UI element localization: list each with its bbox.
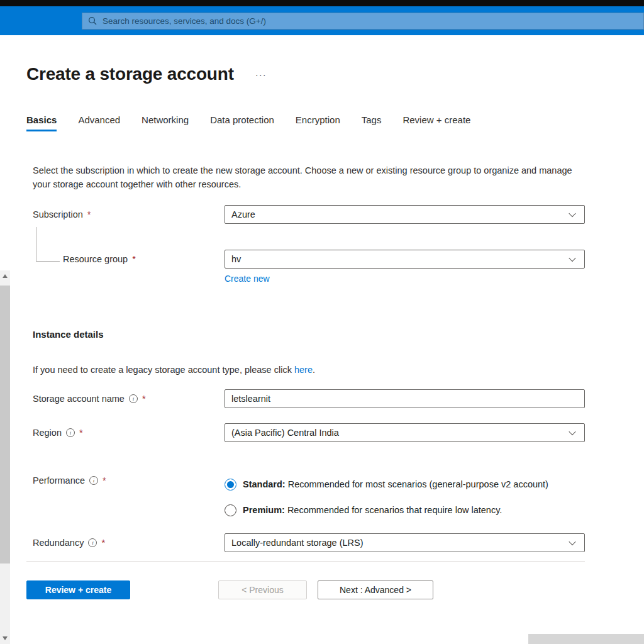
performance-option-premium[interactable]: Premium:Recommended for scenarios that r… bbox=[225, 504, 585, 516]
required-marker: * bbox=[101, 538, 105, 548]
region-dropdown[interactable]: (Asia Pacific) Central India bbox=[225, 423, 585, 442]
title-row: Create a storage account ··· bbox=[26, 64, 644, 84]
radio-button-icon[interactable] bbox=[225, 504, 236, 516]
subscription-row: Subscription * Azure bbox=[26, 205, 644, 224]
region-row: Region i * (Asia Pacific) Central India bbox=[26, 423, 644, 442]
search-input[interactable] bbox=[101, 16, 638, 26]
scrollbar-thumb[interactable] bbox=[0, 286, 10, 564]
required-marker: * bbox=[79, 428, 83, 438]
resource-group-row: Resource group * hv bbox=[26, 250, 644, 269]
tab-data-protection[interactable]: Data protection bbox=[210, 114, 274, 131]
storage-account-name-input[interactable] bbox=[225, 389, 585, 408]
legacy-here-link[interactable]: here bbox=[294, 365, 313, 375]
azure-top-bar bbox=[0, 6, 644, 35]
more-options-icon[interactable]: ··· bbox=[255, 69, 267, 80]
previous-button[interactable]: < Previous bbox=[218, 580, 307, 599]
scroll-down-arrow-icon[interactable] bbox=[3, 636, 8, 640]
footer-divider bbox=[26, 561, 585, 562]
chevron-down-icon bbox=[569, 209, 575, 216]
subscription-value: Azure bbox=[231, 209, 255, 219]
instance-details-heading: Instance details bbox=[26, 329, 644, 340]
performance-row: Performance i * Standard:Recommended for… bbox=[26, 472, 644, 516]
wizard-tabs: Basics Advanced Networking Data protecti… bbox=[26, 114, 644, 131]
performance-option-standard[interactable]: Standard:Recommended for most scenarios … bbox=[225, 479, 585, 491]
review-create-button[interactable]: Review + create bbox=[26, 580, 130, 599]
storage-account-name-label: Storage account name i * bbox=[26, 394, 225, 404]
performance-options: Standard:Recommended for most scenarios … bbox=[225, 472, 585, 516]
resource-group-value: hv bbox=[231, 254, 241, 264]
redundancy-row: Redundancy i * Locally-redundant storage… bbox=[26, 533, 644, 552]
tab-encryption[interactable]: Encryption bbox=[296, 114, 340, 131]
info-icon[interactable]: i bbox=[89, 476, 98, 485]
intro-text: Select the subscription in which to crea… bbox=[26, 164, 582, 192]
window-chrome-bar bbox=[0, 0, 644, 6]
page-title: Create a storage account bbox=[26, 64, 234, 84]
required-marker: * bbox=[132, 254, 136, 264]
chevron-down-icon bbox=[569, 254, 575, 261]
global-search-box[interactable] bbox=[82, 13, 644, 30]
required-marker: * bbox=[142, 394, 146, 404]
tab-tags[interactable]: Tags bbox=[362, 114, 382, 131]
subscription-dropdown[interactable]: Azure bbox=[225, 205, 585, 224]
wizard-footer: Review + create < Previous Next : Advanc… bbox=[26, 580, 644, 599]
tab-review-create[interactable]: Review + create bbox=[402, 114, 470, 131]
scroll-up-arrow-icon[interactable] bbox=[3, 274, 8, 278]
next-advanced-button[interactable]: Next : Advanced > bbox=[318, 580, 433, 599]
performance-label: Performance i * bbox=[26, 472, 225, 486]
create-storage-account-panel: Create a storage account ··· Basics Adva… bbox=[11, 35, 644, 644]
info-icon[interactable]: i bbox=[66, 428, 75, 437]
left-scrollbar[interactable] bbox=[0, 270, 10, 644]
redundancy-label: Redundancy i * bbox=[26, 538, 225, 548]
create-new-link[interactable]: Create new bbox=[225, 274, 270, 284]
resource-group-dropdown[interactable]: hv bbox=[225, 250, 585, 269]
redundancy-dropdown[interactable]: Locally-redundant storage (LRS) bbox=[225, 533, 585, 552]
horizontal-scrollbar[interactable] bbox=[528, 634, 644, 644]
chevron-down-icon bbox=[569, 538, 575, 545]
radio-button-icon[interactable] bbox=[225, 479, 236, 491]
chevron-down-icon bbox=[569, 428, 575, 435]
storage-account-name-row: Storage account name i * bbox=[26, 389, 644, 408]
region-label: Region i * bbox=[26, 428, 225, 438]
info-icon[interactable]: i bbox=[88, 538, 97, 547]
redundancy-value: Locally-redundant storage (LRS) bbox=[231, 538, 364, 548]
region-value: (Asia Pacific) Central India bbox=[231, 428, 339, 438]
legacy-note: If you need to create a legacy storage a… bbox=[26, 365, 644, 375]
tab-advanced[interactable]: Advanced bbox=[78, 114, 120, 131]
required-marker: * bbox=[87, 209, 91, 219]
tab-networking[interactable]: Networking bbox=[142, 114, 189, 131]
subscription-label: Subscription * bbox=[26, 209, 225, 219]
info-icon[interactable]: i bbox=[129, 394, 138, 403]
basics-form: Subscription * Azure Resource group * hv bbox=[26, 205, 644, 599]
required-marker: * bbox=[103, 475, 106, 486]
child-field-connector bbox=[36, 227, 60, 262]
search-icon bbox=[88, 16, 97, 25]
tab-basics[interactable]: Basics bbox=[26, 114, 57, 131]
